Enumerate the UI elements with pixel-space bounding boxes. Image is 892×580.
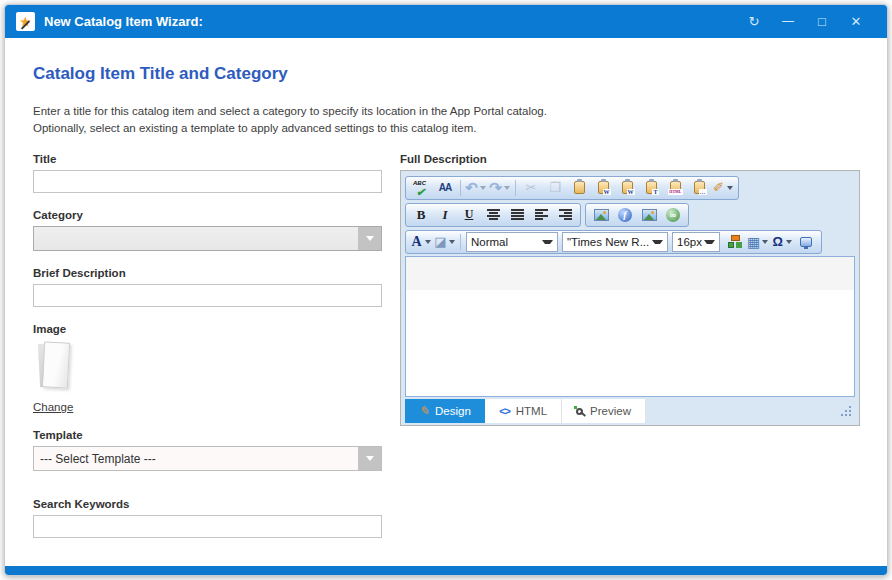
cut-icon[interactable]: ✂ — [520, 178, 542, 198]
background-color-icon[interactable]: ◪ — [434, 232, 456, 252]
align-left-icon[interactable] — [530, 205, 552, 225]
rich-text-editor: ABC ✔ AA ↶ ↷ — [400, 170, 860, 426]
page-description: Enter a title for this catalog item and … — [33, 103, 859, 136]
close-icon[interactable]: ✕ — [839, 5, 873, 38]
editor-content-area[interactable] — [405, 256, 855, 397]
toolbar-separator — [460, 234, 461, 250]
align-left-glyph — [535, 209, 548, 220]
align-center-icon[interactable] — [482, 205, 504, 225]
code-icon: <> — [499, 405, 510, 417]
format-stripper-icon[interactable]: ✐ — [712, 178, 734, 198]
full-description-label: Full Description — [400, 153, 860, 165]
copy-icon[interactable]: ❐ — [544, 178, 566, 198]
search-keywords-input[interactable] — [33, 515, 382, 538]
font-color-icon[interactable]: A — [410, 232, 432, 252]
magnifier-icon — [576, 408, 583, 415]
image-field-group: Image Change — [33, 323, 382, 415]
toolbar-separator — [515, 180, 516, 196]
font-size-select[interactable]: 16px — [672, 232, 720, 252]
clipboard-glyph: T — [646, 181, 657, 194]
titlebar: ★ New Catalog Item Wizard: ↻ — □ ✕ — [5, 5, 887, 38]
redo-icon[interactable]: ↷ — [489, 178, 511, 198]
bold-icon[interactable]: B — [410, 205, 432, 225]
pencil-icon: ✎ — [419, 404, 429, 418]
align-right-icon[interactable] — [554, 205, 576, 225]
picture-glyph — [642, 209, 657, 221]
editor-toolbar-row-3: A ◪ Normal "Times New R... — [404, 228, 856, 255]
resize-grip[interactable] — [839, 404, 855, 418]
chevron-down-icon — [366, 236, 374, 241]
media-manager-icon[interactable] — [638, 205, 660, 225]
justify-icon[interactable] — [506, 205, 528, 225]
title-input[interactable] — [33, 170, 382, 193]
underline-icon[interactable]: U — [458, 205, 480, 225]
brief-description-input[interactable] — [33, 284, 382, 307]
monitor-glyph — [800, 237, 812, 247]
paste-word-nostyle-icon[interactable]: W — [616, 178, 638, 198]
software-box-front — [42, 342, 70, 389]
justify-glyph — [511, 209, 524, 220]
clipboard-glyph: W — [622, 181, 633, 194]
find-replace-icon[interactable]: AA — [434, 178, 456, 198]
tab-html[interactable]: <> HTML — [485, 399, 562, 423]
template-label: Template — [33, 429, 382, 441]
wizard-icon-glyph: ★ — [20, 15, 31, 29]
tab-design[interactable]: ✎ Design — [405, 399, 485, 423]
toolbar-group-font: A ◪ Normal "Times New R... — [405, 230, 822, 254]
brief-description-label: Brief Description — [33, 267, 382, 279]
chevron-down-icon — [542, 240, 553, 244]
align-center-glyph — [487, 209, 500, 220]
template-dropdown-button[interactable] — [358, 447, 381, 470]
paste-from-word-icon[interactable]: W — [592, 178, 614, 198]
wizard-icon: ★ — [16, 12, 35, 31]
bottom-accent-bar — [5, 566, 887, 575]
font-name-select[interactable]: "Times New R... — [562, 232, 668, 252]
clipboard-glyph — [574, 181, 585, 194]
snippet-manager-icon[interactable] — [723, 232, 745, 252]
paste-as-html-icon[interactable]: HTML — [664, 178, 686, 198]
page-title: Catalog Item Title and Category — [33, 64, 859, 84]
editor-toolbar-row-1: ABC ✔ AA ↶ ↷ — [404, 174, 856, 201]
align-right-glyph — [559, 209, 572, 220]
editor-content-margin — [406, 257, 854, 290]
toolbar-group-insert: f ∞ — [585, 203, 689, 227]
link-manager-icon[interactable]: ∞ — [662, 205, 684, 225]
change-image-link[interactable]: Change — [33, 401, 73, 413]
insert-table-icon[interactable]: ▦ — [747, 232, 769, 252]
category-label: Category — [33, 209, 382, 221]
category-dropdown-button[interactable] — [358, 227, 381, 250]
search-keywords-field-group: Search Keywords — [33, 498, 382, 538]
tab-preview[interactable]: Preview — [562, 399, 646, 423]
chevron-down-icon — [704, 240, 715, 244]
undo-icon[interactable]: ↶ — [465, 178, 487, 198]
picture-glyph — [594, 209, 609, 221]
window-title: New Catalog Item Wizard: — [44, 14, 203, 29]
template-select[interactable]: --- Select Template --- — [33, 446, 382, 471]
paste-icon[interactable] — [568, 178, 590, 198]
image-manager-icon[interactable] — [590, 205, 612, 225]
minimize-icon[interactable]: — — [771, 5, 805, 38]
clipboard-glyph: … — [694, 181, 705, 194]
refresh-icon[interactable]: ↻ — [737, 5, 771, 38]
spellcheck-icon[interactable]: ABC ✔ — [410, 178, 432, 198]
maximize-icon[interactable]: □ — [805, 5, 839, 38]
toolbar-separator — [460, 180, 461, 196]
italic-icon[interactable]: I — [434, 205, 456, 225]
template-value: --- Select Template --- — [34, 452, 156, 466]
tab-html-label: HTML — [516, 405, 547, 417]
paste-options-icon[interactable]: … — [688, 178, 710, 198]
paste-plain-text-icon[interactable]: T — [640, 178, 662, 198]
tab-design-label: Design — [435, 405, 471, 417]
category-select[interactable] — [33, 226, 382, 251]
window-controls: ↻ — □ ✕ — [737, 5, 873, 38]
title-label: Title — [33, 153, 382, 165]
search-keywords-label: Search Keywords — [33, 498, 382, 510]
template-manager-icon[interactable] — [795, 232, 817, 252]
flash-manager-icon[interactable]: f — [614, 205, 636, 225]
editor-column: Full Description ABC ✔ AA — [400, 153, 860, 554]
special-character-icon[interactable]: Ω — [771, 232, 793, 252]
paragraph-style-select[interactable]: Normal — [466, 232, 558, 252]
description-line-1: Enter a title for this catalog item and … — [33, 105, 547, 117]
form-column: Title Category Brief Description Image — [33, 153, 382, 554]
clipboard-glyph: W — [598, 181, 609, 194]
